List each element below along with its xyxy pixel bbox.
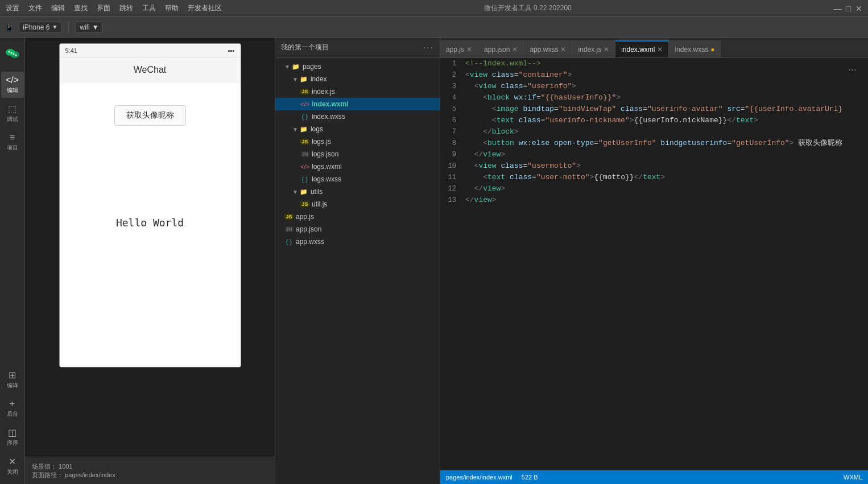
close-sidebar-icon: ✕ [9, 456, 16, 467]
menu-tools[interactable]: 工具 [142, 3, 156, 13]
tab-app-json[interactable]: app.json ✕ [478, 40, 524, 57]
device-arrow-icon: ▼ [52, 24, 57, 30]
tree-logs-json[interactable]: JN logs.json [275, 148, 440, 160]
menu-settings[interactable]: 设置 [6, 3, 19, 13]
scene-label: 场景值： [32, 463, 57, 470]
phone-signal: ▪▪▪ [228, 47, 235, 54]
logs-wxss-icon: { } [300, 175, 309, 184]
tab-app-wxss[interactable]: app.wxss ✕ [524, 40, 572, 57]
tree-index-wxss[interactable]: { } index.wxss [275, 110, 440, 123]
sidebar-item-close[interactable]: ✕ 关闭 [1, 453, 24, 479]
code-line-7: 7 </block> [440, 126, 868, 138]
code-line-12: 12 </view> [440, 183, 868, 195]
tab-index-wxss[interactable]: index.wxss ● [669, 40, 721, 57]
get-avatar-button[interactable]: 获取头像昵称 [114, 105, 186, 126]
pages-folder-icon: 📁 [291, 62, 300, 71]
app-js-label: app.js [296, 213, 440, 221]
file-type-status: WXML [844, 474, 862, 481]
wifi-arrow-icon: ▼ [92, 23, 99, 31]
sidebar-item-project[interactable]: ≡ 项目 [1, 129, 24, 155]
sidebar-item-sequence[interactable]: ◫ 序序 [1, 424, 24, 450]
line-content-9: </view> [463, 149, 868, 160]
tab-app-js-close[interactable]: ✕ [466, 46, 472, 53]
project-icon: ≡ [10, 133, 15, 143]
debug-label: 调试 [7, 115, 18, 123]
line-num-12: 12 [440, 183, 463, 195]
sidebar: </> 编辑 ⬚ 调试 ≡ 项目 ⊞ 编译 + 后台 ◫ 序序 ✕ 关闭 [0, 38, 25, 484]
minimize-button[interactable]: — [834, 4, 842, 13]
line-content-8: <button wx:else open-type="getUserInfo" … [463, 138, 868, 149]
close-button[interactable]: ✕ [855, 4, 862, 13]
device-selector[interactable]: iPhone 6 ▼ [19, 22, 61, 33]
tree-index-js[interactable]: JS index.js [275, 85, 440, 98]
tab-app-json-label: app.json [484, 45, 510, 53]
tree-app-wxss[interactable]: { } app.wxss [275, 235, 440, 248]
tab-index-wxml[interactable]: index.wxml ✕ [615, 40, 669, 57]
tree-pages-folder[interactable]: ▼ 📁 pages [275, 60, 440, 73]
tab-app-js[interactable]: app.js ✕ [440, 40, 478, 57]
menu-help[interactable]: 帮助 [165, 3, 179, 13]
sidebar-item-editor[interactable]: </> 编辑 [1, 72, 24, 98]
code-line-3: 3 <view class="userinfo"> [440, 81, 868, 92]
file-panel-header: 我的第一个项目 ··· [275, 38, 440, 58]
tree-util-js[interactable]: JS util.js [275, 198, 440, 210]
tree-logs-wxss[interactable]: { } logs.wxss [275, 173, 440, 185]
wifi-selector[interactable]: wifi ▼ [76, 22, 102, 33]
line-content-7: </block> [463, 126, 868, 138]
logs-wxml-label: logs.wxml [312, 163, 440, 171]
toolbar-separator [68, 22, 69, 33]
simulator-panel: 9:41 ▪▪▪ WeChat ··· 获取头像昵称 Hello World 场… [25, 38, 275, 484]
tree-logs-wxml[interactable]: </> logs.wxml [275, 160, 440, 173]
tree-logs-js[interactable]: JS logs.js [275, 135, 440, 148]
tab-index-wxml-close[interactable]: ✕ [657, 46, 663, 53]
app-js-icon: JS [284, 212, 294, 221]
line-num-8: 8 [440, 138, 463, 149]
scene-value: 1001 [59, 463, 72, 470]
menu-community[interactable]: 开发者社区 [188, 3, 222, 13]
code-line-2: 2 <view class="container"> [440, 69, 868, 81]
compile-icon: ⊞ [9, 370, 16, 380]
line-num-6: 6 [440, 115, 463, 126]
code-line-5: 5 <image bindtap="bindViewTap" class="us… [440, 104, 868, 115]
phone-title-bar: WeChat ··· [60, 57, 241, 82]
index-wxml-label: index.wxml [312, 100, 440, 108]
path-value: pages/index/index [65, 471, 115, 478]
tab-app-json-close[interactable]: ✕ [512, 46, 518, 53]
menu-file[interactable]: 文件 [28, 3, 42, 13]
code-editor[interactable]: 1 <!--index.wxml--> 2 <view class="conta… [440, 58, 868, 470]
sidebar-item-debug[interactable]: ⬚ 调试 [1, 100, 24, 127]
sequence-icon: ◫ [8, 427, 16, 438]
tab-index-wxss-close[interactable]: ● [710, 46, 714, 53]
tree-index-wxml[interactable]: </> index.wxml [275, 98, 440, 110]
tree-logs-folder[interactable]: ▼ 📁 logs [275, 123, 440, 135]
menu-find[interactable]: 查找 [74, 3, 88, 13]
index-wxml-icon: </> [300, 100, 309, 109]
phone-frame: 9:41 ▪▪▪ WeChat ··· 获取头像昵称 Hello World [59, 43, 241, 367]
menu-bar: 设置 文件 编辑 查找 界面 跳转 工具 帮助 开发者社区 [6, 3, 222, 13]
line-content-3: <view class="userinfo"> [463, 81, 868, 92]
tree-app-js[interactable]: JS app.js [275, 210, 440, 223]
line-num-2: 2 [440, 69, 463, 81]
utils-arrow-icon: ▼ [292, 189, 298, 195]
tree-utils-folder[interactable]: ▼ 📁 utils [275, 185, 440, 198]
logs-json-label: logs.json [312, 150, 440, 158]
line-num-10: 10 [440, 160, 463, 172]
app-json-label: app.json [296, 225, 440, 233]
tree-app-json[interactable]: JN app.json [275, 223, 440, 235]
menu-view[interactable]: 界面 [97, 3, 110, 13]
main-layout: </> 编辑 ⬚ 调试 ≡ 项目 ⊞ 编译 + 后台 ◫ 序序 ✕ 关闭 [0, 38, 868, 484]
maximize-button[interactable]: □ [846, 4, 851, 13]
tab-index-js[interactable]: index.js ✕ [572, 40, 615, 57]
tab-index-js-close[interactable]: ✕ [604, 46, 609, 53]
line-num-11: 11 [440, 172, 463, 183]
sidebar-item-compile[interactable]: ⊞ 编译 [1, 366, 24, 393]
menu-jump[interactable]: 跳转 [119, 3, 133, 13]
app-title: 微信开发者工具 0.22.202200 [484, 3, 572, 13]
app-wxss-icon: { } [284, 237, 294, 246]
tab-app-wxss-close[interactable]: ✕ [560, 46, 566, 53]
menu-edit[interactable]: 编辑 [51, 3, 65, 13]
file-panel-more-button[interactable]: ··· [423, 43, 434, 53]
line-content-5: <image bindtap="bindViewTap" class="user… [463, 104, 868, 115]
tree-index-folder[interactable]: ▼ 📁 index [275, 73, 440, 85]
sidebar-item-backend[interactable]: + 后台 [1, 395, 24, 421]
